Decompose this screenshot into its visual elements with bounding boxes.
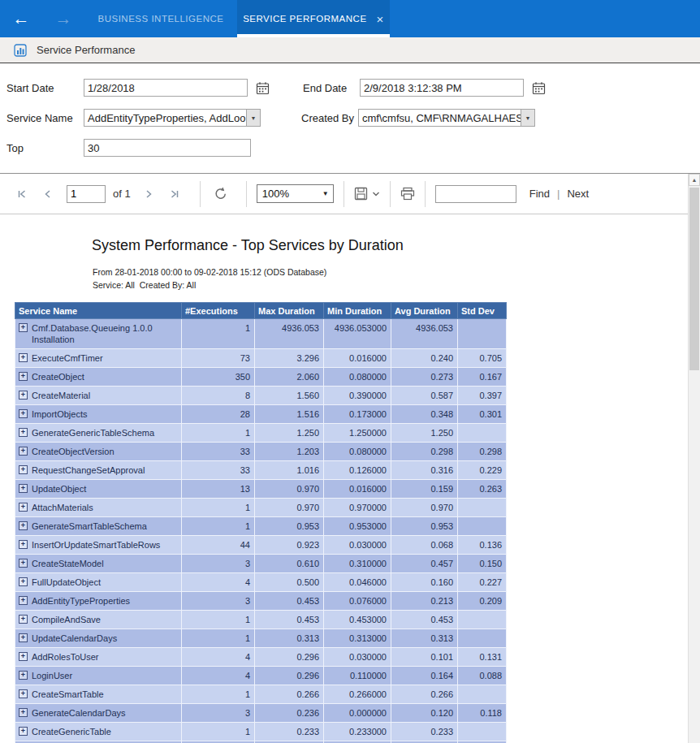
printer-icon [400,187,415,201]
value-cell: 0.453000 [324,611,391,629]
bar-chart-icon [14,44,27,57]
export-save-button[interactable] [354,187,380,201]
report-parameters-panel: Start Date End Date [0,63,700,173]
value-cell: 0.313 [255,629,324,648]
end-date-calendar-button[interactable] [529,79,547,97]
refresh-button[interactable] [210,184,231,205]
table-row: +CreateObject3502.0600.0800000.2730.167 [15,368,507,387]
chevron-down-icon[interactable] [372,191,380,197]
expand-plus-icon[interactable]: + [19,689,28,698]
value-cell: 0.159 [391,480,458,499]
table-row: +AddEntityTypeProperties30.4530.0760000.… [15,592,507,611]
value-cell: 73 [182,349,255,368]
vertical-scrollbar[interactable]: ▲ [688,174,700,743]
table-row: +AttachMaterials10.9700.9700000.970 [15,499,507,517]
expand-plus-icon[interactable]: + [19,577,28,586]
expand-plus-icon[interactable]: + [19,633,28,642]
service-name-cell: +GenerateCalendarDays [15,704,182,723]
created-by-value: cmf\cmfsu, CMF\RNMAGALHAES, [359,110,521,126]
created-by-dropdown[interactable]: cmf\cmfsu, CMF\RNMAGALHAES, ▼ [358,109,535,127]
value-cell: 0.348 [391,405,458,424]
expand-plus-icon[interactable]: + [19,540,28,549]
start-date-calendar-button[interactable] [253,79,271,97]
expand-plus-icon[interactable]: + [19,521,28,530]
service-name-text: InsertOrUpdateSmartTableRows [32,539,160,551]
first-page-button[interactable] [11,184,32,205]
expand-plus-icon[interactable]: + [19,652,28,661]
expand-plus-icon[interactable]: + [19,409,28,418]
service-name-cell: +CreateStateModel [15,555,182,573]
end-date-input[interactable] [360,79,524,97]
table-row: +ImportObjects281.5160.1730000.3480.301 [15,405,507,424]
value-cell: 0.610 [255,555,324,573]
toolbar-separator [390,181,391,207]
expand-plus-icon[interactable]: + [19,447,28,456]
expand-plus-icon[interactable]: + [19,671,28,680]
expand-plus-icon[interactable]: + [19,559,28,568]
tab-service-performance[interactable]: SERVICE PERFORMANCE × [237,0,390,37]
tab-business-intelligence[interactable]: BUSINESS INTELLIGENCE [84,0,237,37]
value-cell: 1.250000 [324,424,391,443]
back-icon[interactable]: ← [0,0,42,37]
value-cell: 4936.053 [391,319,458,349]
table-row: +GenerateCalendarDays30.2360.0000000.120… [15,704,507,723]
expand-plus-icon[interactable]: + [19,323,28,332]
value-cell: 0.233 [391,723,458,741]
service-name-text: CreateSmartTable [32,689,104,700]
expand-plus-icon[interactable]: + [19,465,28,474]
page-number-input[interactable] [67,185,106,203]
top-input[interactable] [84,139,251,157]
select-arrow-icon: ▼ [322,190,329,197]
value-cell: 0.068 [391,536,458,555]
service-name-text: LoginUser [32,670,72,681]
value-cell: 0.453 [391,611,458,629]
value-cell: 1 [182,685,255,704]
value-cell [458,517,507,536]
value-cell: 1.516 [255,405,324,424]
expand-plus-icon[interactable]: + [19,727,28,736]
expand-plus-icon[interactable]: + [19,353,28,362]
value-cell: 0.301 [458,405,507,424]
value-cell [458,723,507,741]
last-page-button[interactable] [164,184,185,205]
expand-plus-icon[interactable]: + [19,708,28,717]
value-cell: 1.016 [255,461,324,480]
expand-plus-icon[interactable]: + [19,615,28,624]
service-name-cell: +CompileAndSave [15,611,182,629]
services-table: Service Name #Executions Max Duration Mi… [15,302,507,743]
value-cell: 0.397 [458,387,507,405]
find-link[interactable]: Find [529,188,550,200]
value-cell: 0.233 [255,723,324,741]
next-page-button[interactable] [138,184,159,205]
start-date-input[interactable] [84,79,248,97]
scrollbar-thumb[interactable] [689,188,699,370]
service-name-text: AddEntityTypeProperties [32,595,130,607]
value-cell: 4936.053000 [324,319,391,349]
expand-plus-icon[interactable]: + [19,503,28,512]
scroll-up-icon[interactable]: ▲ [689,174,700,186]
chevron-down-icon[interactable]: ▼ [246,110,260,126]
forward-icon[interactable]: → [42,0,84,37]
service-name-dropdown[interactable]: AddEntityTypeProperties, AddLoo ▼ [84,109,261,127]
expand-plus-icon[interactable]: + [19,391,28,400]
service-name-cell: +InsertOrUpdateSmartTableRows [15,536,182,555]
end-date-label: End Date [303,82,360,94]
expand-plus-icon[interactable]: + [19,484,28,493]
previous-page-button[interactable] [37,184,58,205]
zoom-value: 100% [257,188,289,200]
expand-plus-icon[interactable]: + [19,428,28,437]
value-cell: 0.296 [255,648,324,667]
report-subtitle-line2: Service: All Created By: All [93,279,688,292]
expand-plus-icon[interactable]: + [19,596,28,605]
value-cell: 0.080000 [324,443,391,461]
print-button[interactable] [400,187,415,201]
find-text-input[interactable] [435,185,516,203]
value-cell: 0.310000 [324,555,391,573]
table-row: +FullUpdateObject40.5000.0460000.1600.22… [15,573,507,592]
expand-plus-icon[interactable]: + [19,372,28,381]
close-icon[interactable]: × [377,13,384,25]
find-next-link[interactable]: Next [567,188,589,200]
table-row: +AddRolesToUser40.2960.0300000.1010.131 [15,648,507,667]
zoom-select[interactable]: 100% ▼ [257,184,334,203]
chevron-down-icon[interactable]: ▼ [521,110,534,126]
